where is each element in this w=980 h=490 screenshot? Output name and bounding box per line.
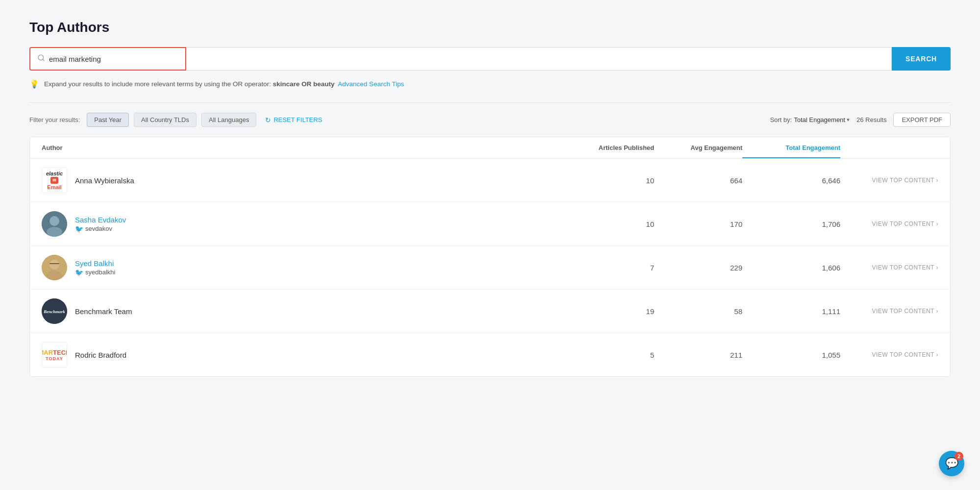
avatar — [42, 211, 67, 237]
author-name-link[interactable]: Sasha Evdakov — [75, 216, 126, 224]
filter-country-tlds[interactable]: All Country TLDs — [134, 113, 196, 127]
filters-right: Sort by: Total Engagement ▾ 26 Results E… — [770, 113, 951, 127]
view-top-content-button[interactable]: VIEW TOP CONTENT › — [840, 220, 938, 227]
search-button[interactable]: SEARCH — [892, 47, 951, 71]
author-name-link[interactable]: Syed Balkhi — [75, 259, 115, 268]
search-bar: SEARCH — [29, 47, 951, 71]
col-articles: Articles Published — [566, 144, 654, 151]
col-actions — [840, 144, 938, 151]
total-engagement: 1,706 — [742, 220, 840, 228]
results-count: 26 Results — [857, 116, 886, 123]
filter-languages[interactable]: All Languages — [201, 113, 256, 127]
svg-point-4 — [47, 227, 62, 237]
search-input[interactable] — [49, 55, 178, 63]
avatar: Benchmark — [42, 298, 67, 324]
author-cell: Benchmark Benchmark Team — [42, 298, 208, 324]
tip-icon: 💡 — [29, 79, 39, 89]
avatar: elastic ✉ Email — [42, 168, 67, 193]
author-name: Benchmark Team — [75, 307, 132, 316]
search-input-box[interactable] — [29, 47, 186, 71]
col-author: Author — [42, 144, 208, 151]
view-top-content-button[interactable]: VIEW TOP CONTENT › — [840, 351, 938, 358]
total-engagement: 6,646 — [742, 176, 840, 185]
tip-text: Expand your results to include more rele… — [44, 80, 404, 88]
avatar: MARTECH TODAY — [42, 342, 67, 368]
author-name: Anna Wybieralska — [75, 176, 134, 185]
table-row: Syed Balkhi 🐦 syedbalkhi 7 229 1,606 VIE… — [30, 246, 950, 290]
svg-line-1 — [43, 59, 44, 61]
author-cell: MARTECH TODAY Rodric Bradford — [42, 342, 208, 368]
view-top-content-button[interactable]: VIEW TOP CONTENT › — [840, 177, 938, 184]
divider — [29, 102, 951, 103]
reset-filters-button[interactable]: ↻ RESET FILTERS — [261, 113, 326, 127]
col-spacer — [208, 144, 566, 151]
author-name: Rodric Bradford — [75, 351, 126, 359]
articles-published: 10 — [566, 176, 654, 185]
page-title: Top Authors — [29, 20, 951, 35]
twitter-icon: 🐦 — [75, 225, 83, 233]
filters-left: Filter your results: Past Year All Count… — [29, 113, 326, 127]
author-twitter: 🐦 syedbalkhi — [75, 269, 115, 276]
author-cell: Sasha Evdakov 🐦 sevdakov — [42, 211, 208, 237]
table-row: Benchmark Benchmark Team 19 58 1,111 VIE… — [30, 290, 950, 333]
avg-engagement: 211 — [654, 351, 742, 359]
search-tip: 💡 Expand your results to include more re… — [29, 79, 951, 89]
filter-past-year[interactable]: Past Year — [87, 113, 129, 127]
avatar — [42, 255, 67, 280]
svg-point-3 — [49, 216, 59, 226]
advanced-search-tips-link[interactable]: Advanced Search Tips — [338, 80, 404, 88]
articles-published: 7 — [566, 264, 654, 272]
table-row: elastic ✉ Email Anna Wybieralska 10 664 … — [30, 159, 950, 202]
table-row: Sasha Evdakov 🐦 sevdakov 10 170 1,706 VI… — [30, 202, 950, 246]
author-cell: Syed Balkhi 🐦 syedbalkhi — [42, 255, 208, 280]
articles-published: 10 — [566, 220, 654, 228]
avg-engagement: 664 — [654, 176, 742, 185]
avg-engagement: 229 — [654, 264, 742, 272]
table-row: MARTECH TODAY Rodric Bradford 5 211 1,05… — [30, 333, 950, 376]
svg-text:Benchmark: Benchmark — [43, 309, 65, 314]
svg-point-7 — [47, 270, 62, 280]
articles-published: 5 — [566, 351, 654, 359]
sort-by: Sort by: Total Engagement ▾ — [770, 116, 850, 123]
export-pdf-button[interactable]: EXPORT PDF — [893, 113, 951, 127]
search-icon — [37, 54, 45, 64]
total-engagement: 1,111 — [742, 307, 840, 316]
chevron-down-icon: ▾ — [847, 117, 850, 123]
svg-rect-8 — [49, 263, 59, 264]
col-avg-engagement: Avg Engagement — [654, 144, 742, 151]
view-top-content-button[interactable]: VIEW TOP CONTENT › — [840, 308, 938, 315]
view-top-content-button[interactable]: VIEW TOP CONTENT › — [840, 264, 938, 271]
total-engagement: 1,606 — [742, 264, 840, 272]
articles-published: 19 — [566, 307, 654, 316]
author-twitter: 🐦 sevdakov — [75, 225, 126, 233]
chat-bubble-button[interactable]: 💬 2 — [939, 451, 964, 476]
author-cell: elastic ✉ Email Anna Wybieralska — [42, 168, 208, 193]
avg-engagement: 170 — [654, 220, 742, 228]
tip-example: skincare OR beauty — [273, 80, 335, 88]
reset-icon: ↻ — [265, 116, 271, 124]
filters-row: Filter your results: Past Year All Count… — [29, 113, 951, 127]
avg-engagement: 58 — [654, 307, 742, 316]
sort-dropdown[interactable]: Total Engagement ▾ — [794, 116, 850, 123]
search-input-extend[interactable] — [186, 47, 892, 71]
chat-badge: 2 — [955, 452, 963, 461]
table-header: Author Articles Published Avg Engagement… — [30, 137, 950, 159]
svg-point-6 — [49, 260, 59, 270]
col-total-engagement: Total Engagement — [742, 144, 840, 158]
filter-label: Filter your results: — [29, 116, 80, 123]
twitter-icon: 🐦 — [75, 269, 83, 276]
authors-table: Author Articles Published Avg Engagement… — [29, 137, 951, 377]
total-engagement: 1,055 — [742, 351, 840, 359]
